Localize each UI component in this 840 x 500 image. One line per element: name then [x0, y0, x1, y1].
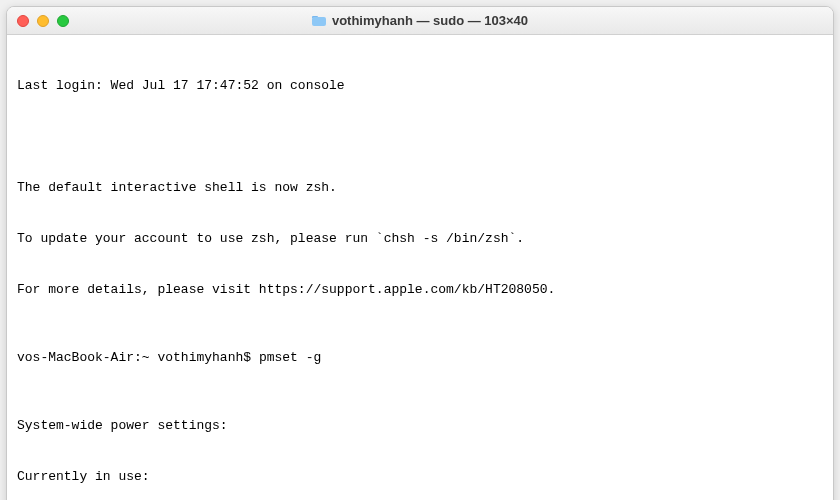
zsh-notice-line: To update your account to use zsh, pleas…	[17, 230, 823, 247]
blank-line	[17, 128, 823, 145]
window-controls	[17, 15, 69, 27]
title-container: vothimyhanh — sudo — 103×40	[7, 13, 833, 28]
window-title: vothimyhanh — sudo — 103×40	[332, 13, 528, 28]
output-header: Currently in use:	[17, 468, 823, 485]
maximize-icon[interactable]	[57, 15, 69, 27]
zsh-notice-line: For more details, please visit https://s…	[17, 281, 823, 298]
prompt-user: vothimyhanh$	[157, 349, 251, 366]
prompt-space	[251, 349, 259, 366]
window-titlebar: vothimyhanh — sudo — 103×40	[7, 7, 833, 35]
prompt-space	[150, 349, 158, 366]
folder-icon	[312, 15, 326, 26]
output-header: System-wide power settings:	[17, 417, 823, 434]
terminal-window: vothimyhanh — sudo — 103×40 Last login: …	[6, 6, 834, 500]
last-login-line: Last login: Wed Jul 17 17:47:52 on conso…	[17, 77, 823, 94]
command-pmset-g: pmset -g	[259, 349, 321, 366]
prompt-host: vos-MacBook-Air:~	[17, 349, 150, 366]
close-icon[interactable]	[17, 15, 29, 27]
prompt-line-1: vos-MacBook-Air:~ vothimyhanh$ pmset -g	[17, 349, 823, 366]
zsh-notice-line: The default interactive shell is now zsh…	[17, 179, 823, 196]
minimize-icon[interactable]	[37, 15, 49, 27]
terminal-content[interactable]: Last login: Wed Jul 17 17:47:52 on conso…	[7, 35, 833, 500]
